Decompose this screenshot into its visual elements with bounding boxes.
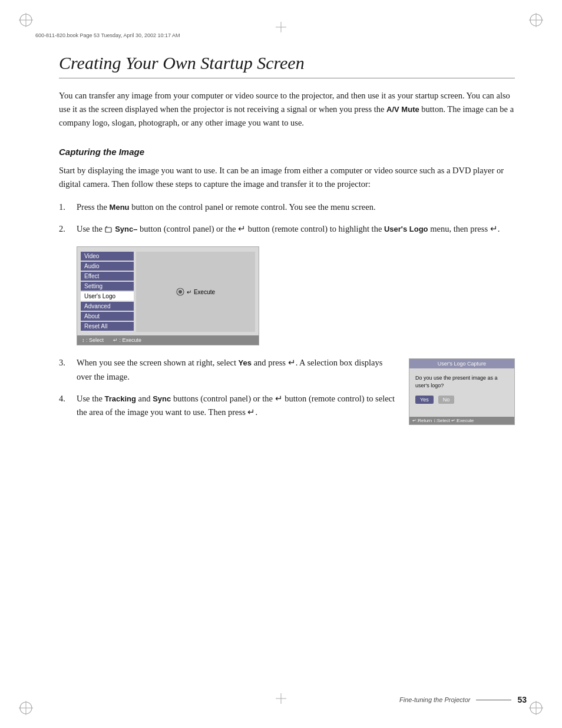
section1-heading: Capturing the Image [59, 147, 515, 157]
corner-mark-tl [18, 12, 34, 28]
side-ss-footer: ↵:Return ↕:Select ↵:Execute [409, 417, 514, 424]
step-2: 2. Use the Sync– button (control panel) … [59, 222, 515, 236]
side-ss-yes-btn: Yes [415, 396, 434, 404]
page-footer: Fine-tuning the Projector 53 [35, 695, 527, 704]
side-ss-body: Do you use the present image as a user's… [409, 368, 514, 416]
menu-item-effect: Effect [81, 272, 134, 281]
sync-label-2: Sync [153, 394, 171, 403]
sync-label: Sync– [113, 225, 138, 233]
menu-item-setting: Setting [81, 282, 134, 291]
menu-screenshot: Video Audio Effect Setting User's Logo A… [77, 246, 259, 345]
step-3-number: 3. [59, 356, 77, 383]
intro-paragraph: You can transfer any image from your com… [59, 89, 515, 130]
corner-mark-tr [528, 12, 544, 28]
step-4-number: 4. [59, 392, 77, 419]
svg-rect-16 [105, 228, 111, 232]
steps-3-4-list: 3. When you see the screen shown at righ… [59, 356, 397, 419]
menu-footer-execute: ↵ : Execute [113, 337, 141, 343]
yes-label: Yes [239, 358, 252, 367]
menu-left-column: Video Audio Effect Setting User's Logo A… [81, 252, 134, 332]
header-meta-text: 600-811-820.book Page 53 Tuesday, April … [35, 32, 180, 38]
execute-label: Execute [194, 289, 215, 295]
side-ss-no-btn: No [438, 396, 455, 404]
menu-item-reset: Reset All [81, 322, 134, 331]
steps-list: 1. Press the Menu button on the control … [59, 200, 515, 236]
page-title: Creating Your Own Startup Screen [59, 53, 515, 78]
step-2-content: Use the Sync– button (control panel) or … [77, 222, 515, 236]
svg-point-19 [178, 290, 182, 294]
section1-intro: Start by displaying the image you want t… [59, 164, 515, 191]
menu-label: Menu [110, 203, 130, 212]
footer-text: Fine-tuning the Projector [399, 696, 470, 703]
menu-footer: ↕ : Select ↵ : Execute [77, 335, 259, 345]
footer-line [476, 700, 511, 700]
users-logo-label: User's Logo [384, 225, 428, 233]
corner-mark-br [528, 700, 544, 716]
menu-item-advanced: Advanced [81, 302, 134, 311]
tracking-label: Tracking [105, 394, 136, 403]
side-screenshot: User's Logo Capture Do you use the prese… [409, 358, 515, 424]
step-4: 4. Use the Tracking and Sync buttons (co… [59, 392, 397, 419]
menu-right-panel: ↵ Execute [136, 252, 255, 332]
side-ss-footer-text: ↵:Return ↕:Select ↵:Execute [412, 418, 474, 423]
side-ss-buttons: Yes No [415, 396, 508, 404]
menu-item-about: About [81, 312, 134, 321]
page: 600-811-820.book Page 53 Tuesday, April … [0, 0, 562, 728]
menu-items-area: Video Audio Effect Setting User's Logo A… [77, 247, 259, 335]
menu-item-audio: Audio [81, 262, 134, 271]
side-ss-title: User's Logo Capture [438, 361, 486, 367]
steps-3-4-area: 3. When you see the screen shown at righ… [59, 356, 515, 427]
execute-icon: ↵ Execute [176, 288, 215, 296]
footer-page-number: 53 [517, 695, 527, 704]
av-mute-label: A/V Mute [386, 105, 419, 114]
menu-item-users-logo: User's Logo [81, 292, 134, 301]
header-bar: 600-811-820.book Page 53 Tuesday, April … [35, 32, 527, 38]
corner-mark-bl [18, 700, 34, 716]
step-2-number: 2. [59, 222, 77, 236]
side-ss-header: User's Logo Capture [409, 359, 514, 368]
step-1-content: Press the Menu button on the control pan… [77, 200, 515, 214]
steps-3-4-left: 3. When you see the screen shown at righ… [59, 356, 397, 427]
step-1-number: 1. [59, 200, 77, 214]
step-1: 1. Press the Menu button on the control … [59, 200, 515, 214]
menu-item-video: Video [81, 252, 134, 261]
side-ss-text: Do you use the present image as a user's… [415, 374, 508, 389]
menu-footer-select: ↕ : Select [82, 337, 104, 343]
step-3: 3. When you see the screen shown at righ… [59, 356, 397, 383]
step-3-content: When you see the screen shown at right, … [77, 356, 397, 383]
step-4-content: Use the Tracking and Sync buttons (contr… [77, 392, 397, 419]
